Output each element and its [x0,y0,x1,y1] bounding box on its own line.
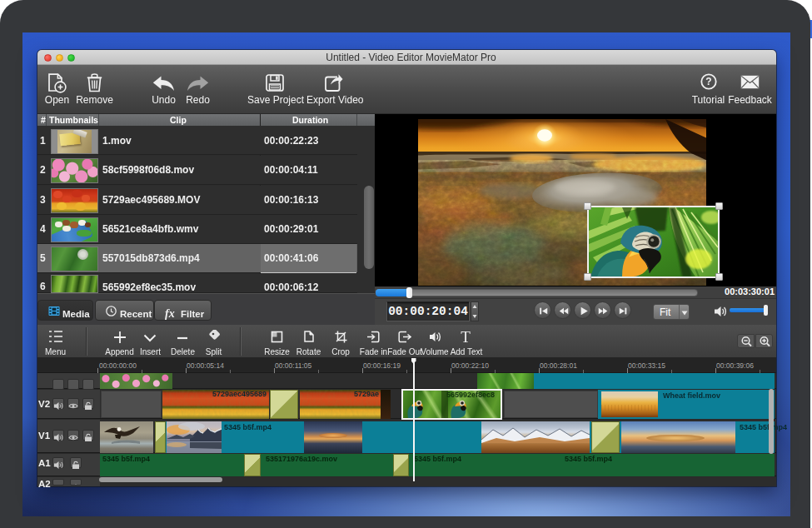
svg-text:?: ? [705,76,711,87]
